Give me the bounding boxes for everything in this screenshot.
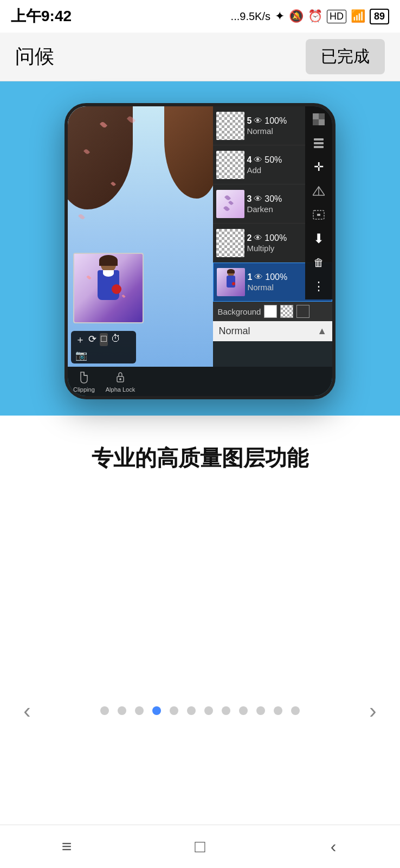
feature-title: 专业的高质量图层功能 (22, 443, 378, 473)
layers-tool-icon[interactable] (309, 133, 328, 153)
bottom-nav-bar: ≡ □ ‹ (0, 825, 400, 868)
menu-button[interactable]: ≡ (45, 831, 88, 863)
carousel-dot-2[interactable] (135, 706, 144, 715)
feature-title-area: 专业的高质量图层功能 (0, 416, 400, 489)
blend-mode-chevron: ▲ (317, 326, 327, 337)
done-button[interactable]: 已完成 (306, 39, 385, 74)
home-button[interactable]: □ (178, 831, 222, 863)
right-tools-panel: ✛ (305, 106, 332, 299)
svg-rect-5 (314, 142, 324, 144)
network-indicator: ...9.5K/s (231, 10, 270, 23)
bg-white-swatch[interactable] (264, 305, 277, 318)
layer-1-thumb (217, 268, 245, 296)
artwork-preview: ＋ ⟳ □ ⏱ 📷 (68, 106, 213, 367)
layer-2-thumb (216, 229, 244, 257)
carousel-dot-10[interactable] (274, 706, 282, 715)
alpha-lock-button[interactable]: Alpha Lock (106, 370, 135, 393)
carousel-dot-1[interactable] (118, 706, 126, 715)
checkerboard-tool-icon[interactable] (309, 110, 328, 129)
carousel-dot-3[interactable] (152, 706, 161, 715)
artwork-thumbnail (73, 253, 144, 323)
nav-title: 问候 (15, 43, 54, 70)
phone-screen: ＋ ⟳ □ ⏱ 📷 (68, 106, 332, 396)
layer-4-thumb (216, 151, 244, 179)
content-spacer (0, 489, 400, 695)
clipping-button[interactable]: Clipping (73, 370, 95, 393)
status-icons: ...9.5K/s ✦ 🔕 ⏰ HD 📶 89 (231, 9, 389, 24)
signal-icon: 📶 (351, 9, 365, 23)
carousel-dots (100, 706, 300, 715)
bg-checkered-swatch[interactable] (280, 305, 293, 318)
svg-point-12 (119, 378, 121, 380)
carousel-dot-9[interactable] (256, 706, 265, 715)
status-time: 上午9:42 (11, 6, 72, 27)
carousel-dot-7[interactable] (222, 706, 230, 715)
top-nav: 问候 已完成 (0, 33, 400, 81)
svg-rect-6 (314, 146, 324, 148)
alarm-icon: ⏰ (308, 9, 322, 23)
transform-tool-icon[interactable] (309, 205, 328, 225)
svg-rect-2 (319, 113, 325, 119)
carousel-dot-6[interactable] (204, 706, 213, 715)
more-options-icon[interactable]: ⋮ (309, 277, 328, 296)
svg-rect-10 (317, 214, 320, 216)
status-bar: 上午9:42 ...9.5K/s ✦ 🔕 ⏰ HD 📶 89 (0, 0, 400, 33)
clipping-icon (76, 370, 92, 385)
carousel-dot-8[interactable] (239, 706, 248, 715)
back-button[interactable]: ‹ (312, 831, 355, 863)
mute-icon: 🔕 (289, 9, 304, 23)
down-arrow-icon[interactable]: ⬇ (309, 229, 328, 248)
bottom-action-row: Clipping Alpha Lock (68, 367, 332, 396)
carousel-next-button[interactable]: › (357, 694, 389, 727)
svg-rect-0 (313, 113, 319, 119)
carousel-dot-5[interactable] (187, 706, 196, 715)
alpha-lock-label: Alpha Lock (106, 386, 135, 393)
carousel-dot-4[interactable] (170, 706, 178, 715)
battery-icon: 89 (370, 9, 389, 24)
svg-rect-3 (313, 119, 319, 125)
svg-rect-1 (319, 119, 325, 125)
hd-icon: HD (327, 10, 346, 23)
trash-icon[interactable]: 🗑 (309, 253, 328, 272)
app-screen: ＋ ⟳ □ ⏱ 📷 (68, 106, 332, 367)
background-label: Background (217, 307, 261, 316)
carousel-navigation: ‹ › (0, 695, 400, 731)
carousel-dot-11[interactable] (291, 706, 300, 715)
carousel-dot-0[interactable] (100, 706, 109, 715)
layer-3-thumb (216, 190, 244, 218)
showcase-area: ＋ ⟳ □ ⏱ 📷 (0, 81, 400, 416)
move-tool-icon[interactable]: ✛ (309, 157, 328, 177)
bg-dark-swatch[interactable] (296, 305, 309, 318)
svg-rect-4 (314, 138, 324, 141)
layer-5-thumb (216, 112, 244, 140)
carousel-prev-button[interactable]: ‹ (11, 694, 43, 727)
phone-mockup: ＋ ⟳ □ ⏱ 📷 (64, 103, 336, 399)
flip-tool-icon[interactable] (309, 181, 328, 201)
background-row: Background (213, 302, 332, 321)
alpha-lock-icon (113, 370, 128, 385)
bluetooth-icon: ✦ (275, 9, 285, 23)
blend-mode-row[interactable]: Normal ▲ (213, 321, 332, 341)
blend-mode-label: Normal (218, 326, 250, 337)
clipping-label: Clipping (73, 386, 95, 393)
